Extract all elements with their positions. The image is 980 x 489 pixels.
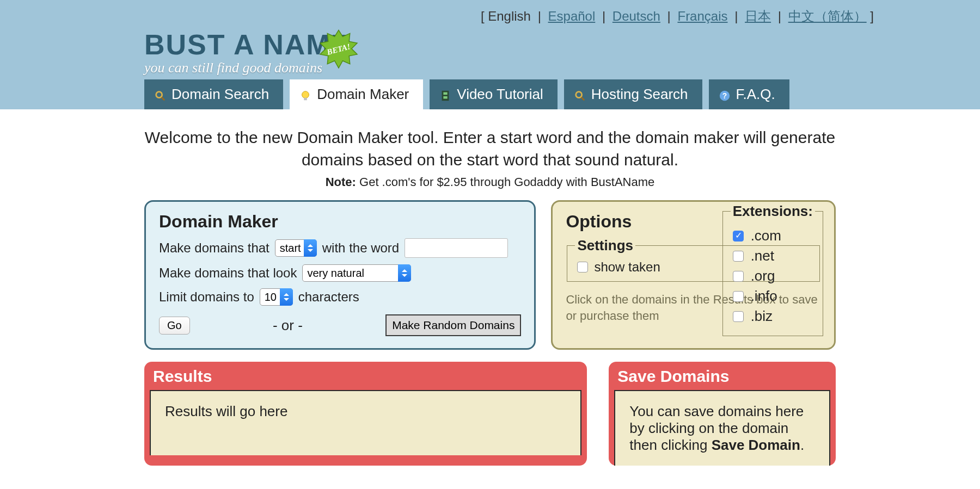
tab-faq[interactable]: ? F.A.Q. — [709, 79, 789, 109]
note-bold: Note: — [326, 175, 356, 189]
lang-link-jp[interactable]: 日本 — [745, 9, 771, 23]
main-tabs: Domain Search Domain Maker Video Tutoria… — [90, 79, 890, 109]
lang-bracket-close: ] — [870, 9, 874, 23]
position-select-wrap: start — [275, 239, 317, 257]
limit-select-wrap: 10 — [260, 288, 293, 306]
svg-line-9 — [581, 97, 585, 100]
lang-link-fr[interactable]: Français — [677, 9, 727, 23]
main-content: Welcome to the new Domain Maker tool. En… — [90, 109, 890, 466]
tab-hosting-search[interactable]: Hosting Search — [564, 79, 702, 109]
ext-item-com[interactable]: .com — [731, 227, 815, 244]
save-text-b: Save Domain — [712, 437, 800, 453]
maker-line3-b: characters — [298, 289, 359, 305]
extensions-legend: Extensions: — [731, 203, 815, 220]
results-title: Results — [153, 367, 581, 386]
or-separator: - or - — [273, 317, 303, 334]
search-icon — [574, 89, 586, 101]
film-icon — [439, 89, 451, 101]
tab-domain-maker[interactable]: Domain Maker — [290, 79, 423, 109]
svg-point-3 — [302, 91, 309, 98]
save-domains-body: You can save domains here by clicking on… — [614, 390, 830, 466]
beta-badge: BETA! — [318, 29, 359, 70]
natural-select-wrap: very natural — [302, 264, 411, 282]
svg-point-8 — [575, 91, 581, 97]
position-select[interactable]: start — [275, 239, 317, 257]
help-icon: ? — [719, 89, 731, 101]
ext-item-org[interactable]: .org — [731, 268, 815, 284]
show-taken-checkbox[interactable] — [577, 262, 588, 273]
ext-checkbox-org[interactable] — [733, 271, 744, 282]
results-card: Results Results will go here — [144, 362, 587, 466]
ext-label: .org — [751, 268, 775, 284]
ext-label: .com — [751, 227, 781, 244]
char-limit-select[interactable]: 10 — [260, 288, 293, 306]
ext-label: .info — [751, 288, 777, 305]
svg-text:?: ? — [722, 91, 726, 100]
svg-rect-7 — [444, 96, 448, 98]
make-random-button[interactable]: Make Random Domains — [385, 314, 521, 336]
tab-label: Domain Maker — [317, 86, 409, 103]
save-domains-card: Save Domains You can save domains here b… — [609, 362, 836, 466]
ext-item-info[interactable]: .info — [731, 288, 815, 305]
header-band: [ English | Español | Deutsch | Français… — [0, 0, 980, 109]
lang-bracket-open: [ — [481, 9, 488, 23]
ext-label: .biz — [751, 308, 773, 325]
tab-label: Hosting Search — [591, 86, 688, 103]
svg-rect-6 — [444, 92, 448, 95]
save-domains-title: Save Domains — [617, 367, 830, 386]
svg-rect-4 — [304, 97, 307, 100]
settings-legend: Settings — [575, 237, 635, 254]
lang-link-zh[interactable]: 中文（简体） — [788, 9, 867, 23]
svg-line-2 — [162, 97, 165, 100]
language-bar: [ English | Español | Deutsch | Français… — [90, 0, 890, 25]
maker-line1-a: Make domains that — [159, 240, 270, 256]
ext-checkbox-info[interactable] — [733, 291, 744, 302]
note-rest: Get .com's for $2.95 through Godaddy wit… — [356, 175, 654, 189]
tab-domain-search[interactable]: Domain Search — [144, 79, 283, 109]
ext-item-biz[interactable]: .biz — [731, 308, 815, 325]
svg-rect-5 — [442, 90, 449, 100]
tab-label: F.A.Q. — [736, 86, 775, 103]
ext-checkbox-com[interactable] — [733, 231, 744, 242]
results-body: Results will go here — [150, 390, 581, 455]
word-input[interactable] — [405, 238, 508, 258]
tab-video-tutorial[interactable]: Video Tutorial — [430, 79, 558, 109]
maker-line3-a: Limit domains to — [159, 289, 254, 305]
naturalness-select[interactable]: very natural — [302, 264, 411, 282]
ext-checkbox-biz[interactable] — [733, 311, 744, 322]
promo-note: Note: Get .com's for $2.95 through Godad… — [144, 175, 836, 189]
lang-link-es[interactable]: Español — [548, 9, 596, 23]
extensions-fieldset: Extensions: .com .net .org .info — [722, 203, 823, 336]
logo-main-text: BUST A NAME — [144, 30, 890, 59]
maker-line-position: Make domains that start with the word — [159, 238, 521, 258]
maker-line-limit: Limit domains to 10 characters — [159, 288, 521, 306]
lang-current: English — [488, 9, 531, 23]
ext-item-net[interactable]: .net — [731, 247, 815, 264]
intro-text: Welcome to the new Domain Maker tool. En… — [144, 127, 836, 171]
domain-maker-panel: Domain Maker Make domains that start wit… — [144, 200, 536, 350]
logo-tagline: you can still find good domains — [144, 60, 890, 76]
options-panel: Options Settings show taken Click on the… — [551, 200, 836, 350]
lang-link-de[interactable]: Deutsch — [612, 9, 660, 23]
svg-point-1 — [156, 91, 162, 97]
maker-line1-b: with the word — [322, 240, 399, 256]
show-taken-label: show taken — [594, 259, 660, 275]
tab-label: Domain Search — [171, 86, 269, 103]
ext-label: .net — [751, 247, 774, 264]
search-icon — [154, 89, 166, 101]
go-button[interactable]: Go — [159, 317, 190, 335]
maker-line2: Make domains that look — [159, 265, 297, 281]
tab-label: Video Tutorial — [457, 86, 543, 103]
domain-maker-title: Domain Maker — [159, 212, 521, 232]
save-text-c: . — [800, 437, 804, 453]
logo: BUST A NAME you can still find good doma… — [90, 25, 890, 79]
ext-checkbox-net[interactable] — [733, 251, 744, 262]
bulb-icon — [299, 89, 311, 101]
results-placeholder: Results will go here — [165, 403, 287, 419]
maker-line-natural: Make domains that look very natural — [159, 264, 521, 282]
